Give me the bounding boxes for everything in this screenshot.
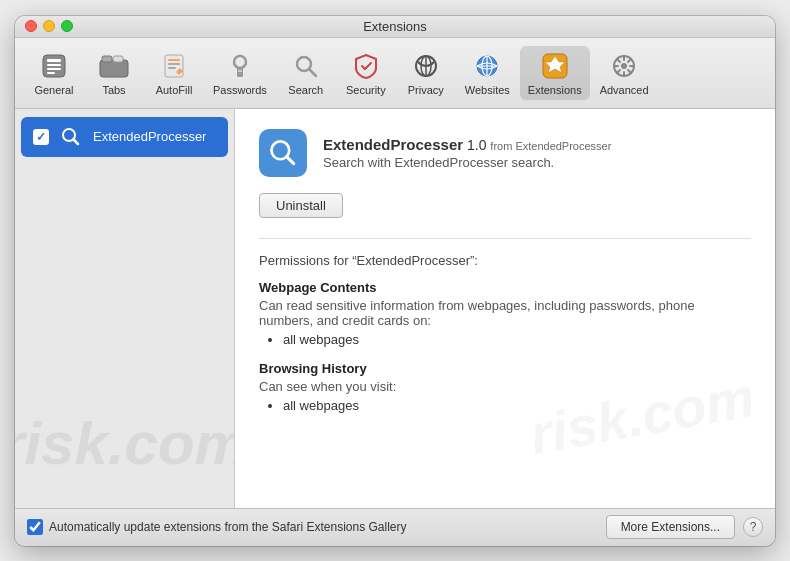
content-area: ✓ ExtendedProcesser risk.com	[15, 109, 775, 508]
svg-point-12	[234, 56, 246, 68]
svg-line-41	[287, 156, 294, 163]
toolbar-item-advanced[interactable]: Advanced	[592, 46, 657, 100]
svg-rect-1	[47, 59, 61, 62]
svg-line-37	[617, 70, 620, 73]
checkmark-icon: ✓	[36, 130, 46, 144]
extensions-icon	[539, 50, 571, 82]
svg-rect-5	[100, 60, 128, 77]
toolbar-item-general[interactable]: General	[25, 46, 83, 100]
window-title: Extensions	[363, 19, 427, 34]
toolbar-item-websites[interactable]: Websites	[457, 46, 518, 100]
websites-icon	[471, 50, 503, 82]
svg-rect-14	[238, 70, 242, 72]
autoupdate-container: Automatically update extensions from the…	[27, 519, 598, 535]
permission-list-history: all webpages	[259, 398, 751, 413]
svg-rect-7	[113, 56, 123, 62]
svg-rect-10	[168, 63, 180, 65]
sidebar-watermark: risk.com	[15, 409, 235, 478]
toolbar-label-tabs: Tabs	[102, 84, 125, 96]
toolbar-item-tabs[interactable]: Tabs	[85, 46, 143, 100]
extension-title: ExtendedProcesser 1.0 from ExtendedProce…	[323, 136, 611, 153]
toolbar: General Tabs	[15, 38, 775, 109]
autoupdate-checkbox[interactable]	[27, 519, 43, 535]
extension-header: ExtendedProcesser 1.0 from ExtendedProce…	[259, 129, 751, 177]
close-button[interactable]	[25, 20, 37, 32]
svg-rect-4	[47, 72, 55, 74]
maximize-button[interactable]	[61, 20, 73, 32]
toolbar-item-privacy[interactable]: Privacy	[397, 46, 455, 100]
extension-from: from ExtendedProcesser	[490, 140, 611, 152]
toolbar-item-passwords[interactable]: Passwords	[205, 46, 275, 100]
uninstall-button[interactable]: Uninstall	[259, 193, 343, 218]
more-extensions-button[interactable]: More Extensions...	[606, 515, 735, 539]
footer: Automatically update extensions from the…	[15, 508, 775, 546]
permission-name-history: Browsing History	[259, 361, 751, 376]
svg-rect-2	[47, 64, 61, 66]
permission-browsing-history: Browsing History Can see when you visit:…	[259, 361, 751, 413]
traffic-lights	[25, 20, 73, 32]
svg-rect-6	[102, 56, 112, 62]
passwords-icon	[224, 50, 256, 82]
extension-version: 1.0	[467, 137, 490, 153]
sidebar-item-label: ExtendedProcesser	[93, 129, 206, 144]
toolbar-item-security[interactable]: Security	[337, 46, 395, 100]
divider	[259, 238, 751, 239]
help-button[interactable]: ?	[743, 517, 763, 537]
svg-line-16	[309, 69, 316, 76]
svg-rect-9	[168, 59, 180, 61]
svg-line-34	[617, 59, 620, 62]
extension-checkbox[interactable]: ✓	[33, 129, 49, 145]
permission-name-webpage: Webpage Contents	[259, 280, 751, 295]
privacy-icon	[410, 50, 442, 82]
toolbar-label-general: General	[34, 84, 73, 96]
general-icon	[38, 50, 70, 82]
svg-rect-3	[47, 68, 61, 70]
security-icon	[350, 50, 382, 82]
sidebar: ✓ ExtendedProcesser risk.com	[15, 109, 235, 508]
svg-line-18	[365, 63, 371, 69]
permission-webpage-contents: Webpage Contents Can read sensitive info…	[259, 280, 751, 347]
titlebar: Extensions	[15, 16, 775, 38]
extension-sidebar-icon	[59, 125, 83, 149]
main-panel: ExtendedProcesser 1.0 from ExtendedProce…	[235, 109, 775, 508]
permission-list-webpage: all webpages	[259, 332, 751, 347]
toolbar-label-passwords: Passwords	[213, 84, 267, 96]
permission-list-item: all webpages	[283, 332, 751, 347]
sidebar-item-extended-processer[interactable]: ✓ ExtendedProcesser	[21, 117, 228, 157]
extension-icon	[259, 129, 307, 177]
toolbar-label-advanced: Advanced	[600, 84, 649, 96]
svg-line-35	[628, 70, 631, 73]
toolbar-item-extensions[interactable]: Extensions	[520, 46, 590, 100]
svg-rect-11	[168, 67, 176, 69]
permission-desc-webpage: Can read sensitive information from webp…	[259, 298, 751, 328]
search-icon	[290, 50, 322, 82]
autoupdate-label: Automatically update extensions from the…	[49, 520, 407, 534]
permission-desc-history: Can see when you visit:	[259, 379, 751, 394]
toolbar-label-websites: Websites	[465, 84, 510, 96]
advanced-icon	[608, 50, 640, 82]
svg-line-39	[74, 139, 79, 144]
extension-description: Search with ExtendedProcesser search.	[323, 155, 611, 170]
toolbar-item-search[interactable]: Search	[277, 46, 335, 100]
tabs-icon	[98, 50, 130, 82]
svg-point-29	[621, 63, 627, 69]
toolbar-label-extensions: Extensions	[528, 84, 582, 96]
extension-name: ExtendedProcesser	[323, 136, 463, 153]
toolbar-label-privacy: Privacy	[408, 84, 444, 96]
preferences-window: Extensions General	[15, 16, 775, 546]
toolbar-label-security: Security	[346, 84, 386, 96]
toolbar-label-search: Search	[288, 84, 323, 96]
svg-line-36	[628, 59, 631, 62]
extension-info: ExtendedProcesser 1.0 from ExtendedProce…	[323, 136, 611, 170]
minimize-button[interactable]	[43, 20, 55, 32]
toolbar-item-autofill[interactable]: AutoFill	[145, 46, 203, 100]
toolbar-label-autofill: AutoFill	[156, 84, 193, 96]
permission-list-item-history: all webpages	[283, 398, 751, 413]
permissions-title: Permissions for “ExtendedProcesser”:	[259, 253, 751, 268]
autofill-icon	[158, 50, 190, 82]
